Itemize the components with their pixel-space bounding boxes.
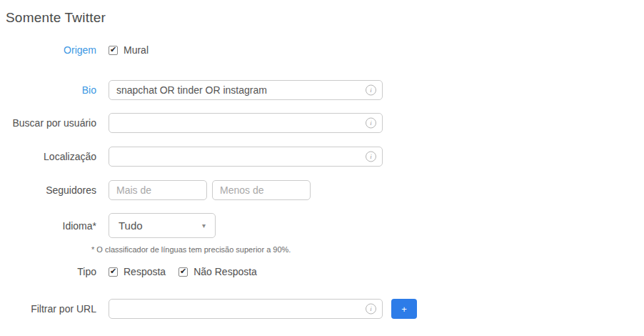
info-icon[interactable]: i <box>366 85 376 96</box>
mural-checkbox-box[interactable]: ✔ <box>109 46 118 55</box>
localizacao-label: Localização <box>0 151 96 162</box>
info-icon[interactable]: i <box>366 118 376 129</box>
origem-label: Origem <box>0 44 96 56</box>
nao-resposta-checkbox[interactable]: ✔ Não Resposta <box>178 266 257 277</box>
check-icon: ✔ <box>180 267 186 275</box>
localizacao-input[interactable] <box>109 147 383 167</box>
seguidores-min-input[interactable] <box>109 180 207 200</box>
idioma-footnote: * O classificador de línguas tem precisã… <box>91 245 644 254</box>
tipo-row: Tipo ✔ Resposta ✔ Não Resposta <box>0 266 644 277</box>
origem-row: Origem ✔ Mural <box>0 44 644 56</box>
seguidores-row: Seguidores <box>0 180 644 200</box>
mural-checkbox-label: Mural <box>124 44 149 56</box>
twitter-filter-form: Somente Twitter Origem ✔ Mural Bio i Bus… <box>0 0 644 319</box>
buscar-usuario-row: Buscar por usuário i <box>0 113 644 133</box>
info-icon[interactable]: i <box>366 304 376 315</box>
nao-resposta-checkbox-box[interactable]: ✔ <box>178 267 188 277</box>
check-icon: ✔ <box>110 267 116 275</box>
filtrar-url-label: Filtrar por URL <box>0 303 96 315</box>
idioma-selected-value: Tudo <box>119 219 143 232</box>
check-icon: ✔ <box>110 46 116 54</box>
nao-resposta-checkbox-label: Não Resposta <box>193 266 257 277</box>
mural-checkbox[interactable]: ✔ Mural <box>109 44 149 56</box>
resposta-checkbox-box[interactable]: ✔ <box>109 267 118 277</box>
bio-input[interactable] <box>109 80 383 100</box>
chevron-down-icon: ▾ <box>202 222 206 229</box>
idioma-label: Idioma* <box>0 220 96 232</box>
resposta-checkbox-label: Resposta <box>124 266 166 277</box>
idioma-select[interactable]: Tudo ▾ <box>109 213 216 238</box>
info-icon[interactable]: i <box>366 152 376 162</box>
bio-label: Bio <box>0 84 96 96</box>
buscar-usuario-input[interactable] <box>109 113 383 133</box>
seguidores-max-input[interactable] <box>212 180 311 200</box>
seguidores-label: Seguidores <box>0 184 96 196</box>
localizacao-row: Localização i <box>0 147 644 167</box>
idioma-row: Idioma* Tudo ▾ <box>0 213 644 238</box>
page-title: Somente Twitter <box>6 10 644 26</box>
add-url-filter-button[interactable]: + <box>391 299 417 319</box>
filtrar-url-row: Filtrar por URL i + <box>0 299 644 319</box>
tipo-label: Tipo <box>0 266 96 277</box>
buscar-usuario-label: Buscar por usuário <box>0 117 96 129</box>
filtrar-url-input[interactable] <box>109 299 383 319</box>
bio-row: Bio i <box>0 80 644 100</box>
resposta-checkbox[interactable]: ✔ Resposta <box>109 266 166 277</box>
